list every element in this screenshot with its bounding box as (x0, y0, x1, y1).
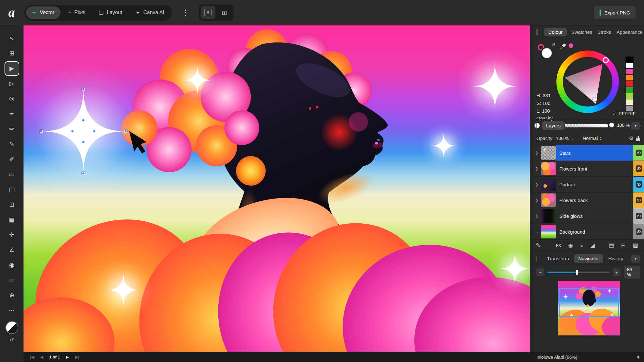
layer-name[interactable]: Portrait (556, 177, 633, 192)
navigator-preview[interactable] (558, 281, 620, 336)
layer-colour-tag[interactable] (633, 224, 644, 239)
erase-button[interactable]: ◢ (591, 242, 595, 249)
layer-row-side-glows[interactable]: ❯ Side glows (533, 208, 644, 224)
next-page-button[interactable]: ▶ (66, 355, 69, 359)
triangle-knob[interactable] (592, 97, 597, 102)
collapse-layers-button[interactable]: ▾ (631, 122, 640, 130)
artboard-canvas[interactable] (24, 25, 530, 352)
tab-history[interactable]: History (608, 254, 624, 263)
zoom-out-button[interactable]: − (536, 268, 544, 276)
current-colour-dot[interactable] (569, 43, 573, 48)
layer-lock-icon[interactable] (636, 138, 640, 141)
layer-row-background[interactable]: ∷ Background (533, 224, 644, 240)
zoom-slider[interactable] (547, 272, 610, 273)
layer-settings-gear-icon[interactable]: ⚙ (629, 135, 634, 142)
node-tool[interactable]: ▷ (5, 77, 19, 90)
new-layer-button[interactable]: ▩ (633, 242, 638, 249)
frame-tool[interactable]: ⊞ (5, 47, 19, 60)
adjust-tool[interactable]: ✛ (5, 228, 19, 242)
swatch[interactable] (625, 87, 634, 93)
tab-stroke[interactable]: Stroke (597, 28, 612, 36)
layer-row-stars[interactable]: ❯ ✦✧ Stars (533, 145, 644, 161)
panel-grip[interactable] (536, 29, 538, 35)
first-page-button[interactable]: |◀ (30, 355, 34, 359)
layer-name[interactable]: Background (556, 224, 633, 239)
layer-effects-button[interactable]: FX (556, 243, 561, 248)
asterisk-icon[interactable]: ✳ (636, 355, 640, 360)
swatch[interactable] (625, 75, 634, 81)
layer-colour-tag[interactable] (633, 161, 644, 176)
visibility-eye-icon[interactable] (636, 181, 642, 188)
tab-vector[interactable]: ✒ Vector (26, 6, 61, 19)
blend-mode-select[interactable]: Normal (583, 136, 598, 141)
hue-knob[interactable] (603, 58, 608, 63)
collapse-navigator-button[interactable]: ▾ (631, 255, 640, 263)
fill-colour-indicator[interactable] (542, 48, 552, 58)
layer-name[interactable]: Flowers front (556, 161, 633, 176)
panel-grip[interactable] (536, 256, 539, 262)
colour-wheel[interactable] (556, 51, 619, 113)
swatch[interactable] (625, 62, 634, 69)
expand-chevron-icon[interactable]: ❯ (533, 192, 541, 208)
layer-opacity-dropdown-icon[interactable]: ⌄ (571, 137, 574, 140)
layer-name[interactable]: Flowers back (556, 192, 633, 208)
zoom-tool[interactable]: ⊕ (5, 289, 19, 302)
last-page-button[interactable]: ▶| (75, 355, 79, 359)
zoom-value[interactable]: 86 % (624, 266, 640, 279)
layer-thumbnail[interactable] (541, 193, 556, 207)
previous-page-button[interactable]: ◀ (40, 355, 43, 359)
visibility-eye-icon[interactable] (636, 228, 642, 235)
panel-grip[interactable] (536, 123, 539, 129)
paint-brush-tool[interactable]: ✐ (5, 153, 19, 166)
tab-navigator[interactable]: Navigator (574, 254, 603, 263)
swatch[interactable] (625, 69, 634, 75)
zoom-slider-knob[interactable] (576, 270, 578, 275)
layer-row-flowers-back[interactable]: ❯ Flowers back (533, 192, 644, 208)
tab-layout[interactable]: ❏ Layout (93, 6, 128, 19)
tab-transform[interactable]: Transform (546, 254, 570, 263)
new-group-button[interactable]: ⊟ (621, 242, 626, 249)
layer-thumbnail[interactable] (541, 178, 556, 191)
drag-handle-icon[interactable]: ∷ (533, 224, 541, 239)
colour-picker-tool[interactable]: ◉ (5, 258, 19, 272)
visibility-eye-icon[interactable] (636, 213, 642, 219)
expand-chevron-icon[interactable]: ❯ (533, 161, 541, 176)
layer-thumbnail[interactable] (541, 162, 556, 175)
expand-chevron-icon[interactable]: ❯ (533, 208, 541, 224)
tab-swatches[interactable]: Swatches (571, 28, 593, 36)
visibility-eye-icon[interactable] (636, 150, 642, 156)
visibility-eye-icon[interactable] (636, 197, 642, 203)
layer-colour-tag[interactable] (633, 177, 644, 192)
export-png-button[interactable]: Export PNG (594, 6, 636, 19)
layer-thumbnail[interactable]: ✦✧ (541, 146, 556, 160)
edit-all-layers-button[interactable]: ✎ (536, 242, 540, 249)
selection-tool[interactable]: ▶ (5, 62, 19, 75)
swatch[interactable] (625, 56, 634, 62)
layer-name[interactable]: Stars (556, 145, 633, 161)
visibility-eye-icon[interactable] (636, 165, 642, 172)
blend-mode-stepper[interactable]: ▴ ▾ (600, 136, 601, 141)
swatch[interactable] (625, 99, 634, 105)
swatch[interactable] (625, 81, 634, 87)
swap-colours-icon[interactable]: ↺ (10, 337, 14, 343)
new-image-layer-button[interactable]: ▤ (609, 242, 614, 249)
fill-stroke-swatch[interactable] (5, 321, 18, 334)
expand-chevron-icon[interactable]: ❯ (533, 177, 541, 192)
eyedropper-icon[interactable] (560, 43, 566, 50)
layer-colour-tag[interactable] (633, 192, 644, 208)
move-tool[interactable]: ↖ (5, 32, 19, 45)
tab-pixel[interactable]: ◔ Pixel (62, 6, 91, 19)
vector-brush-tool[interactable]: ✎ (5, 137, 19, 151)
tab-canva-ai[interactable]: ✦ Canva AI (130, 6, 170, 19)
measure-tool[interactable]: ∠ (5, 243, 19, 257)
marquee-tool[interactable]: ◎ (5, 92, 19, 106)
expand-chevron-icon[interactable]: ❯ (533, 145, 541, 161)
tab-appearance[interactable]: Appearance (616, 28, 643, 36)
apps-grid-button[interactable]: ⊞ (217, 6, 232, 19)
text-frame-tool[interactable]: ⊡ (5, 198, 19, 211)
shape-builder-tool[interactable]: ◫ (5, 183, 19, 196)
app-logo[interactable]: a (8, 6, 15, 19)
swatch[interactable] (625, 105, 634, 111)
layer-name[interactable]: Side glows (556, 208, 633, 224)
shape-tool[interactable]: ▭ (5, 168, 19, 181)
